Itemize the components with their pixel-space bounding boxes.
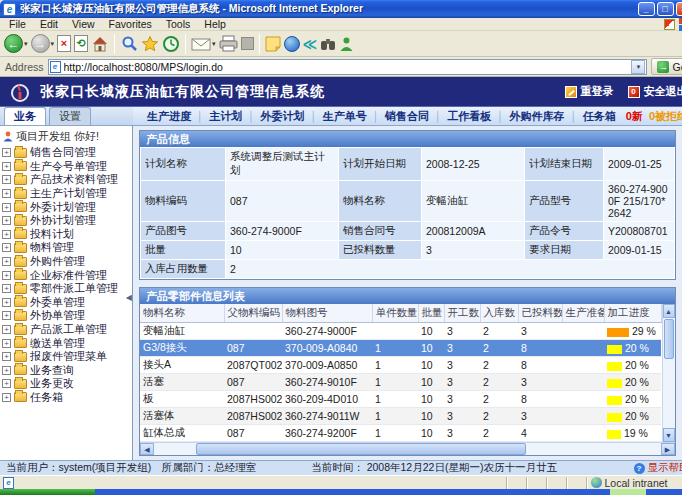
column-header[interactable]: 已投料数: [518, 304, 562, 323]
expand-icon[interactable]: +: [2, 379, 11, 388]
mail-button[interactable]: ▾: [191, 36, 216, 52]
sidebar-item[interactable]: +销售合同管理: [2, 146, 132, 160]
tab-business[interactable]: 业务: [4, 107, 46, 125]
table-row[interactable]: 接头A2087QT002370-009-A085011032820 %: [140, 357, 661, 374]
menu-item[interactable]: Favorites: [102, 18, 159, 30]
refresh-button[interactable]: ⟲: [74, 35, 88, 52]
scroll-up-icon[interactable]: ▲: [663, 304, 675, 318]
expand-icon[interactable]: +: [2, 189, 11, 198]
scroll-thumb[interactable]: [664, 319, 674, 359]
sidebar-item[interactable]: +外协计划管理: [2, 214, 132, 228]
home-button[interactable]: [91, 35, 109, 53]
expand-icon[interactable]: +: [2, 325, 11, 334]
expand-icon[interactable]: +: [2, 352, 11, 361]
print-button[interactable]: [219, 35, 238, 52]
menu-item[interactable]: Tools: [159, 18, 198, 30]
sidebar-item[interactable]: +产品技术资料管理: [2, 173, 132, 187]
sidebar-item[interactable]: +投料计划: [2, 228, 132, 242]
nav-item[interactable]: 生产进度: [143, 109, 195, 124]
expand-icon[interactable]: +: [2, 257, 11, 266]
forward-button[interactable]: →▾: [31, 34, 55, 53]
research-button[interactable]: [320, 37, 336, 51]
maximize-button[interactable]: □: [657, 2, 674, 16]
column-header[interactable]: 加工进度: [604, 304, 661, 323]
column-header[interactable]: 批量: [418, 304, 444, 323]
close-button[interactable]: ×: [676, 2, 682, 16]
scroll-right-icon[interactable]: ▶: [661, 443, 675, 455]
nav-item[interactable]: 生产单号: [319, 109, 371, 124]
column-header[interactable]: 物料名称: [140, 304, 224, 323]
sidebar-item[interactable]: +业务更改: [2, 377, 132, 391]
column-header[interactable]: 物料图号: [282, 304, 372, 323]
expand-icon[interactable]: +: [2, 298, 11, 307]
start-button[interactable]: [0, 489, 95, 495]
column-header[interactable]: 生产准备: [562, 304, 604, 323]
sidebar-item[interactable]: +主生产计划管理: [2, 187, 132, 201]
table-row[interactable]: 缸体总成087360-274-9200F11032419 %: [140, 425, 661, 442]
back-button[interactable]: ←▾: [4, 34, 28, 53]
sidebar-collapse-handle[interactable]: ◀: [126, 293, 132, 302]
column-header[interactable]: 父物料编码: [224, 304, 282, 323]
expand-icon[interactable]: +: [2, 203, 11, 212]
msn-explorer-button[interactable]: [284, 36, 300, 52]
rejected-tasks-badge[interactable]: 0被拒绝: [643, 109, 682, 124]
menu-item[interactable]: File: [2, 18, 33, 30]
sidebar-item[interactable]: +外协单管理: [2, 309, 132, 323]
address-input[interactable]: e http://localhost:8080/MPS/login.do ▼: [48, 59, 648, 75]
edit-button[interactable]: [241, 37, 254, 50]
expand-icon[interactable]: +: [2, 148, 11, 157]
notes-button[interactable]: [265, 36, 281, 52]
sidebar-item[interactable]: +业务查询: [2, 364, 132, 378]
nav-item[interactable]: 主计划: [205, 109, 246, 124]
column-header[interactable]: 入库数: [480, 304, 518, 323]
sidebar-item[interactable]: +报废件管理菜单: [2, 350, 132, 364]
address-dropdown[interactable]: ▼: [631, 60, 645, 74]
nav-item[interactable]: 工作看板: [443, 109, 495, 124]
expand-icon[interactable]: +: [2, 216, 11, 225]
expand-icon[interactable]: +: [2, 284, 11, 293]
sidebar-item[interactable]: +生产令号单管理: [2, 160, 132, 174]
addon-icon[interactable]: [664, 19, 675, 30]
history-button[interactable]: [162, 35, 180, 53]
go-button[interactable]: → Go: [651, 58, 682, 75]
search-button[interactable]: [120, 35, 138, 53]
tab-settings[interactable]: 设置: [49, 107, 91, 125]
nav-item[interactable]: 任务箱: [579, 109, 620, 124]
menu-item[interactable]: Help: [197, 18, 233, 30]
sidebar-item[interactable]: +产品派工单管理: [2, 323, 132, 337]
expand-icon[interactable]: +: [2, 162, 11, 171]
favorites-button[interactable]: [141, 35, 159, 53]
sidebar-item[interactable]: +外委单管理: [2, 296, 132, 310]
menu-item[interactable]: View: [65, 18, 102, 30]
sidebar-item[interactable]: +外购件管理: [2, 255, 132, 269]
sidebar-item[interactable]: +缴送单管理: [2, 336, 132, 350]
relogin-button[interactable]: 重登录: [565, 84, 614, 99]
nav-item[interactable]: 销售合同: [381, 109, 433, 124]
minimize-button[interactable]: _: [638, 2, 655, 16]
column-header[interactable]: 开工数: [444, 304, 480, 323]
expand-icon[interactable]: +: [2, 311, 11, 320]
table-row[interactable]: 活塞体2087HS002360-274-9011W11032320 %: [140, 408, 661, 425]
contact-button[interactable]: [339, 36, 354, 52]
table-row[interactable]: 板2087HS002360-209-4D01011032820 %: [140, 391, 661, 408]
scroll-left-icon[interactable]: ◀: [140, 443, 154, 455]
sidebar-item[interactable]: +企业标准件管理: [2, 268, 132, 282]
column-header[interactable]: 单件数量: [372, 304, 418, 323]
nav-item[interactable]: 外委计划: [257, 109, 309, 124]
expand-icon[interactable]: +: [2, 230, 11, 239]
new-tasks-badge[interactable]: 0新: [620, 109, 643, 124]
table-row[interactable]: 变幅油缸360-274-9000F1032329 %: [140, 323, 661, 340]
parts-hscrollbar[interactable]: ◀ ▶: [140, 442, 675, 455]
table-row[interactable]: 活塞087360-274-9010F11032320 %: [140, 374, 661, 391]
table-row[interactable]: G3/8接头087370-009-A084011032820 %: [140, 340, 661, 357]
expand-icon[interactable]: +: [2, 271, 11, 280]
expand-icon[interactable]: +: [2, 339, 11, 348]
parts-vscrollbar[interactable]: ▲ ▼: [662, 304, 675, 442]
expand-icon[interactable]: +: [2, 366, 11, 375]
nav-item[interactable]: 外购件库存: [506, 109, 569, 124]
stop-button[interactable]: ×: [57, 35, 71, 52]
expand-icon[interactable]: +: [2, 175, 11, 184]
logout-button[interactable]: 0安全退出: [628, 84, 682, 99]
menu-item[interactable]: Edit: [33, 18, 65, 30]
sidebar-item[interactable]: +物料管理: [2, 241, 132, 255]
